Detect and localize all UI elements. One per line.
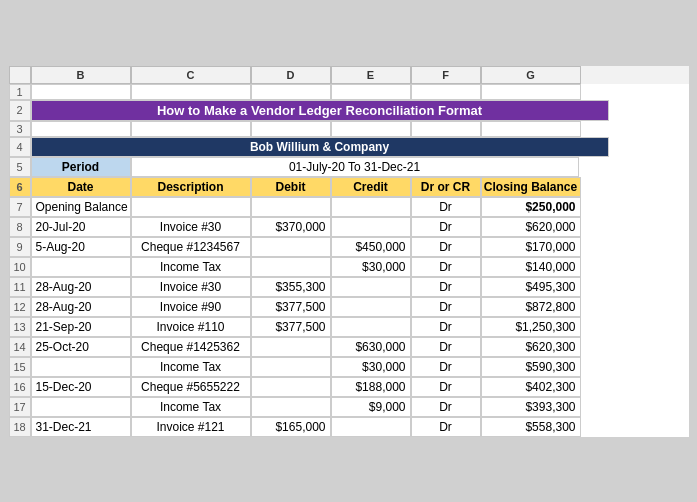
row-18: 18 31-Dec-21 Invoice #121 $165,000 Dr $5… bbox=[9, 417, 689, 437]
row-10: 10 Income Tax $30,000 Dr $140,000 bbox=[9, 257, 689, 277]
row-18-date: 31-Dec-21 bbox=[31, 417, 131, 437]
row-8-description: Invoice #30 bbox=[131, 217, 251, 237]
row-1: 1 bbox=[9, 84, 689, 100]
row-11-closing-balance: $495,300 bbox=[481, 277, 581, 297]
row-11-dr-cr: Dr bbox=[411, 277, 481, 297]
row-18-closing-balance: $558,300 bbox=[481, 417, 581, 437]
row-9-closing-balance: $170,000 bbox=[481, 237, 581, 257]
header-dr-cr: Dr or CR bbox=[411, 177, 481, 197]
row-15-date bbox=[31, 357, 131, 377]
row-9-credit: $450,000 bbox=[331, 237, 411, 257]
row-11-debit: $355,300 bbox=[251, 277, 331, 297]
company-name: Bob Willium & Company bbox=[31, 137, 609, 157]
row-14-description: Cheque #1425362 bbox=[131, 337, 251, 357]
row-12-closing-balance: $872,800 bbox=[481, 297, 581, 317]
row-15-debit bbox=[251, 357, 331, 377]
row-7-num: 7 bbox=[9, 197, 31, 217]
row-8-debit: $370,000 bbox=[251, 217, 331, 237]
row-17-date bbox=[31, 397, 131, 417]
row-10-num: 10 bbox=[9, 257, 31, 277]
row-5-period: 5 Period 01-July-20 To 31-Dec-21 bbox=[9, 157, 689, 177]
col-header-e: E bbox=[331, 66, 411, 84]
row-13-description: Invoice #110 bbox=[131, 317, 251, 337]
row-13-closing-balance: $1,250,300 bbox=[481, 317, 581, 337]
row-12-debit: $377,500 bbox=[251, 297, 331, 317]
row-15-closing-balance: $590,300 bbox=[481, 357, 581, 377]
row-8-date: 20-Jul-20 bbox=[31, 217, 131, 237]
row-9: 9 5-Aug-20 Cheque #1234567 $450,000 Dr $… bbox=[9, 237, 689, 257]
row-16-debit bbox=[251, 377, 331, 397]
row-15-credit: $30,000 bbox=[331, 357, 411, 377]
col-header-f: F bbox=[411, 66, 481, 84]
row-11-description: Invoice #30 bbox=[131, 277, 251, 297]
period-label: Period bbox=[31, 157, 131, 177]
row-10-dr-cr: Dr bbox=[411, 257, 481, 277]
row-8-dr-cr: Dr bbox=[411, 217, 481, 237]
row-14-date: 25-Oct-20 bbox=[31, 337, 131, 357]
row-10-debit bbox=[251, 257, 331, 277]
row-14-closing-balance: $620,300 bbox=[481, 337, 581, 357]
row-16-description: Cheque #5655222 bbox=[131, 377, 251, 397]
row-12-dr-cr: Dr bbox=[411, 297, 481, 317]
row-4-company: 4 Bob Willium & Company bbox=[9, 137, 689, 157]
row-12-credit bbox=[331, 297, 411, 317]
row-18-debit: $165,000 bbox=[251, 417, 331, 437]
row-10-description: Income Tax bbox=[131, 257, 251, 277]
header-description: Description bbox=[131, 177, 251, 197]
row-14-num: 14 bbox=[9, 337, 31, 357]
row-15: 15 Income Tax $30,000 Dr $590,300 bbox=[9, 357, 689, 377]
row-3: 3 bbox=[9, 121, 689, 137]
col-header-a bbox=[9, 66, 31, 84]
header-debit: Debit bbox=[251, 177, 331, 197]
row-13-credit bbox=[331, 317, 411, 337]
row-6-num: 6 bbox=[9, 177, 31, 197]
row-18-num: 18 bbox=[9, 417, 31, 437]
data-rows-container: 7 Opening Balance Dr $250,000 8 20-Jul-2… bbox=[9, 197, 689, 437]
row-14-debit bbox=[251, 337, 331, 357]
row-16-dr-cr: Dr bbox=[411, 377, 481, 397]
header-credit: Credit bbox=[331, 177, 411, 197]
row-9-debit bbox=[251, 237, 331, 257]
row-7-debit bbox=[251, 197, 331, 217]
row-8-closing-balance: $620,000 bbox=[481, 217, 581, 237]
row-17-num: 17 bbox=[9, 397, 31, 417]
row-3-num: 3 bbox=[9, 121, 31, 137]
row-14-credit: $630,000 bbox=[331, 337, 411, 357]
row-12-num: 12 bbox=[9, 297, 31, 317]
row-9-num: 9 bbox=[9, 237, 31, 257]
row-15-dr-cr: Dr bbox=[411, 357, 481, 377]
row-13-dr-cr: Dr bbox=[411, 317, 481, 337]
row-7-closing-balance: $250,000 bbox=[481, 197, 581, 217]
row-11-num: 11 bbox=[9, 277, 31, 297]
row-16: 16 15-Dec-20 Cheque #5655222 $188,000 Dr… bbox=[9, 377, 689, 397]
row-7-description bbox=[131, 197, 251, 217]
row-13-num: 13 bbox=[9, 317, 31, 337]
period-value: 01-July-20 To 31-Dec-21 bbox=[131, 157, 579, 177]
row-16-closing-balance: $402,300 bbox=[481, 377, 581, 397]
row-8-num: 8 bbox=[9, 217, 31, 237]
row-7-date: Opening Balance bbox=[31, 197, 131, 217]
row-15-num: 15 bbox=[9, 357, 31, 377]
row-17-debit bbox=[251, 397, 331, 417]
row-13-date: 21-Sep-20 bbox=[31, 317, 131, 337]
row-8-credit bbox=[331, 217, 411, 237]
row-10-credit: $30,000 bbox=[331, 257, 411, 277]
row-17: 17 Income Tax $9,000 Dr $393,300 bbox=[9, 397, 689, 417]
row-6-headers: 6 Date Description Debit Credit Dr or CR… bbox=[9, 177, 689, 197]
row-7-credit bbox=[331, 197, 411, 217]
header-date: Date bbox=[31, 177, 131, 197]
row-11: 11 28-Aug-20 Invoice #30 $355,300 Dr $49… bbox=[9, 277, 689, 297]
row-12-date: 28-Aug-20 bbox=[31, 297, 131, 317]
row-2-num: 2 bbox=[9, 100, 31, 121]
row-1-num: 1 bbox=[9, 84, 31, 100]
row-10-closing-balance: $140,000 bbox=[481, 257, 581, 277]
row-16-num: 16 bbox=[9, 377, 31, 397]
row-12: 12 28-Aug-20 Invoice #90 $377,500 Dr $87… bbox=[9, 297, 689, 317]
row-7-dr-cr: Dr bbox=[411, 197, 481, 217]
header-closing-balance: Closing Balance bbox=[481, 177, 581, 197]
row-12-description: Invoice #90 bbox=[131, 297, 251, 317]
spreadsheet-title: How to Make a Vendor Ledger Reconciliati… bbox=[31, 100, 609, 121]
col-header-d: D bbox=[251, 66, 331, 84]
row-18-dr-cr: Dr bbox=[411, 417, 481, 437]
col-header-g: G bbox=[481, 66, 581, 84]
